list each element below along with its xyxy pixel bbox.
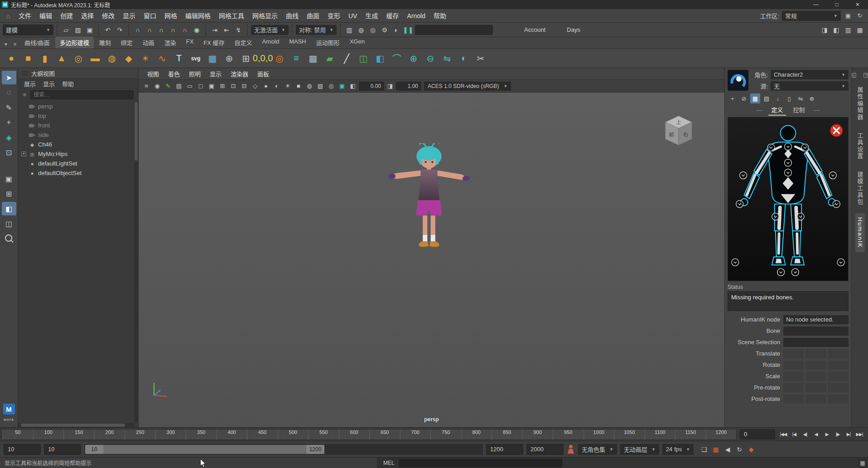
- shelf-tab-fx[interactable]: FX: [182, 37, 198, 49]
- side-tab-tool-settings[interactable]: 工具设置: [854, 128, 866, 164]
- timeline-tick[interactable]: 300: [155, 429, 186, 439]
- mirror-definition-icon[interactable]: ⇋: [796, 93, 805, 103]
- days-link[interactable]: Days: [567, 26, 580, 33]
- timeline-tick[interactable]: 500: [278, 429, 309, 439]
- outliner-menu-show[interactable]: 显示: [40, 79, 58, 88]
- gate-mask-icon[interactable]: ▣: [207, 81, 217, 91]
- outliner-item-side[interactable]: side: [18, 130, 138, 140]
- play-backwards-button[interactable]: ◀: [811, 429, 821, 439]
- exposure-icon[interactable]: ◧: [348, 81, 358, 91]
- film-gate-icon[interactable]: ▭: [185, 81, 195, 91]
- mirror-icon[interactable]: ⇋: [439, 51, 455, 66]
- outliner-item-defaultlightset[interactable]: defaultLightSet: [18, 159, 138, 168]
- show-tool-settings-icon[interactable]: ◧: [831, 24, 842, 35]
- create-character-icon[interactable]: +: [728, 93, 738, 103]
- grid-fill-icon[interactable]: ▩: [305, 51, 321, 66]
- outliner-search-input[interactable]: [30, 90, 134, 99]
- outliner-item-front[interactable]: front: [18, 121, 138, 130]
- lasso-tool[interactable]: ◌: [2, 86, 16, 99]
- timeline-tick[interactable]: 750: [430, 429, 461, 439]
- auto-keyframe-icon[interactable]: ◆: [746, 444, 757, 455]
- anim-layer-select[interactable]: 无动画层 ▼: [620, 444, 659, 455]
- load-skeleton-definition-icon[interactable]: ▤: [762, 93, 772, 103]
- menu-help[interactable]: 帮助: [429, 9, 450, 23]
- outliner-item-top[interactable]: top: [18, 111, 138, 121]
- character-definition-view[interactable]: [728, 117, 849, 281]
- menu-cache[interactable]: 缓存: [382, 9, 403, 23]
- show-channel-box-icon[interactable]: ▥: [843, 24, 854, 35]
- menu-windows[interactable]: 窗口: [140, 9, 160, 23]
- open-scene-icon[interactable]: ▨: [72, 24, 83, 35]
- poly-disc-icon[interactable]: ◍: [104, 51, 120, 66]
- mute-sound-icon[interactable]: ◀: [722, 444, 733, 455]
- side-tab-attribute-editor[interactable]: 属性编辑器: [854, 83, 866, 125]
- wireframe-icon[interactable]: ◇: [250, 81, 260, 91]
- loop-playback-icon[interactable]: ↻: [734, 444, 745, 455]
- viewport-select-camera-icon[interactable]: ≡: [141, 81, 151, 91]
- zoom-icon[interactable]: [2, 232, 16, 245]
- auto-key-grid-icon[interactable]: ▦: [710, 444, 721, 455]
- outliner-item-defaultobjectset[interactable]: defaultObjectSet: [18, 168, 138, 178]
- make-live-icon[interactable]: ◉: [191, 24, 202, 35]
- outliner-item-ch46[interactable]: Ch46: [18, 140, 138, 149]
- construction-grid-icon[interactable]: ▦: [205, 51, 220, 66]
- z-field[interactable]: [828, 361, 849, 370]
- menu-surfaces[interactable]: 曲面: [303, 9, 323, 23]
- move-tool[interactable]: +: [2, 116, 16, 129]
- current-frame-field[interactable]: [740, 429, 775, 439]
- x-field[interactable]: [783, 372, 804, 381]
- tab-definition[interactable]: 定义: [768, 104, 786, 116]
- timeline-tick[interactable]: 100: [33, 429, 64, 439]
- shelf-tab-sculpt[interactable]: 雕刻: [95, 37, 116, 49]
- timeline-tick[interactable]: 1150: [675, 429, 706, 439]
- timeline-tick[interactable]: 800: [461, 429, 492, 439]
- snap-to-view-plane-icon[interactable]: ∩: [179, 24, 190, 35]
- range-slider-bar[interactable]: 10 1200: [85, 445, 324, 454]
- workspace-reset-icon[interactable]: ↻: [855, 11, 864, 20]
- menu-mesh-tools[interactable]: 网格工具: [215, 9, 248, 23]
- snap-to-curve-icon[interactable]: ∩: [144, 24, 155, 35]
- shaded-icon[interactable]: ●: [261, 81, 271, 91]
- persp-outliner-layout-button[interactable]: ◧: [2, 202, 16, 215]
- menu-generate[interactable]: 生成: [361, 9, 382, 23]
- timeline-tick[interactable]: 450: [247, 429, 278, 439]
- script-editor-icon[interactable]: ▦: [857, 458, 868, 468]
- property-value-field[interactable]: [783, 338, 849, 347]
- outliner-vertical-scrollbar[interactable]: [134, 101, 138, 423]
- shelf-tab-animation[interactable]: 动画: [138, 37, 159, 49]
- shelf-tab-poly-modeling[interactable]: 多边形建模: [55, 37, 94, 49]
- menu-select[interactable]: 选择: [77, 9, 98, 23]
- pause-viewport-icon[interactable]: ❚❚: [403, 24, 414, 35]
- shelf-tab-curves-surfaces[interactable]: 曲线/曲面: [20, 37, 54, 49]
- poly-cone-icon[interactable]: ▲: [54, 51, 69, 66]
- lock-camera-icon[interactable]: ◉: [152, 81, 162, 91]
- playback-end-field[interactable]: [486, 444, 523, 455]
- shadows-icon[interactable]: ■: [294, 81, 304, 91]
- open-render-view-icon[interactable]: ▥: [344, 24, 355, 35]
- launch-arnold-render-icon[interactable]: ◐: [391, 24, 402, 35]
- snap-to-point-icon[interactable]: ∩: [156, 24, 167, 35]
- mel-toggle[interactable]: MEL: [377, 460, 399, 466]
- z-field[interactable]: [828, 349, 849, 358]
- range-end-handle[interactable]: 1200: [306, 445, 324, 454]
- timeline-tick[interactable]: 1000: [583, 429, 614, 439]
- quad-draw-icon[interactable]: ▰: [322, 51, 338, 66]
- menu-curves[interactable]: 曲线: [282, 9, 303, 23]
- range-slider-track[interactable]: 10 1200: [84, 444, 483, 455]
- character-model[interactable]: [381, 143, 477, 249]
- x-field[interactable]: [783, 361, 804, 370]
- property-value-field[interactable]: [783, 327, 849, 336]
- construction-history-icon[interactable]: ↯: [233, 24, 244, 35]
- go-to-start-button[interactable]: |◀◀: [778, 429, 788, 439]
- shelf-tab-mash[interactable]: MASH: [285, 37, 311, 49]
- y-field[interactable]: [805, 361, 826, 370]
- anti-aliasing-icon[interactable]: ▧: [315, 81, 325, 91]
- viewport-canvas[interactable]: 上 前 右: [139, 93, 724, 427]
- select-tool[interactable]: ➤: [2, 71, 16, 84]
- shelf-options-icon[interactable]: ≡: [11, 39, 19, 49]
- divider-grip[interactable]: [57, 24, 58, 35]
- character-select[interactable]: Character2 ▼: [771, 70, 849, 79]
- z-field[interactable]: [828, 372, 849, 381]
- paint-select-tool[interactable]: ✎: [2, 101, 16, 114]
- menu-set-select[interactable]: 建模 ▼: [3, 24, 53, 35]
